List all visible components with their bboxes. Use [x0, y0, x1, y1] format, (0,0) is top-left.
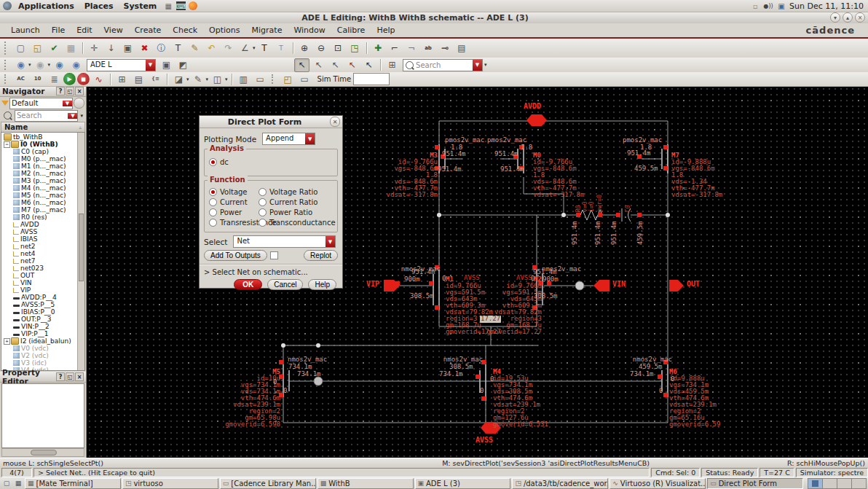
open-icon[interactable]: ◱	[30, 42, 45, 55]
hints-icon[interactable]: ◰	[280, 72, 296, 86]
origin-icon-caret[interactable]: ▾	[225, 77, 228, 82]
mate-menu-icon[interactable]	[3, 1, 12, 10]
tree-item-VIN[interactable]: VIN	[1, 279, 84, 286]
radio-icon[interactable]	[209, 188, 217, 196]
close-button[interactable]: ×	[855, 12, 865, 23]
message-icon[interactable]: ▭	[297, 72, 312, 86]
go-forward-icon[interactable]: ◉	[33, 58, 48, 72]
measure-icon-caret[interactable]: ▾	[253, 45, 256, 51]
checklist-icon[interactable]: ▥	[236, 72, 251, 86]
results-browser-icon[interactable]: ▤	[131, 72, 146, 86]
navigator-search-input[interactable]: Search ▼	[15, 110, 78, 122]
avdd-label[interactable]: AVDD	[524, 103, 541, 110]
function-option-transconductance[interactable]: Transconductance	[259, 217, 336, 227]
task-mate-terminal[interactable]: ▦[Mate Terminal]	[25, 478, 121, 489]
tree-item-AVDD:P__4[interactable]: AVDD:P__4	[1, 294, 84, 301]
task-library-manager[interactable]: ▭[Cadence Library Man...	[220, 478, 316, 489]
tree-item-VIP[interactable]: VIP	[1, 286, 84, 294]
navigator-float-button[interactable]: ◱	[66, 87, 74, 95]
tree-scrollbar-thumb[interactable]	[79, 214, 84, 281]
tree-item-C0 (cap)[interactable]: C0 (cap)	[1, 148, 84, 155]
text-select-icon[interactable]: ↖	[361, 58, 376, 72]
workspace-2[interactable]	[823, 479, 837, 488]
go-down-icon[interactable]: ◉	[68, 58, 84, 72]
clock[interactable]: Sun Dec 11, 11:10	[789, 1, 865, 11]
delete-icon[interactable]: ✖	[137, 42, 152, 55]
go-back-icon[interactable]: ◉	[13, 58, 28, 72]
radio-icon[interactable]	[259, 219, 267, 227]
origin-icon[interactable]: ◫	[210, 72, 225, 86]
plotting-mode-arrow[interactable]: ▼	[305, 133, 315, 144]
device-M4-labels[interactable]: M4id=19.53uvgs=734.1mvds=308.5mvth=474.6…	[493, 356, 548, 441]
replot-button[interactable]: Replot	[304, 250, 338, 261]
tree-item-VIN:P__2[interactable]: VIN:P__2	[1, 323, 84, 330]
variables-icon[interactable]: 10	[30, 72, 45, 86]
info-icon[interactable]: ⓘ	[154, 42, 169, 55]
device-M7-labels[interactable]: M7id=-9.888uvgs=-848.6m1.8vds=-1.34vth=-…	[671, 139, 722, 211]
go-back-icon-caret[interactable]: ▾	[28, 62, 31, 68]
save-all-icon[interactable]: ▦	[63, 42, 79, 55]
function-option-voltage-ratio[interactable]: Voltage Ratio	[259, 187, 336, 197]
direct-plot-icon[interactable]: ∿	[91, 72, 106, 86]
navigator-filter-combo[interactable]: Default ▼	[9, 98, 73, 109]
dc-radio[interactable]	[209, 158, 217, 166]
create-wire-icon[interactable]: ⌐	[387, 42, 403, 55]
workspace-3[interactable]	[837, 479, 852, 488]
navigator-config-button[interactable]	[74, 98, 84, 109]
tree-item-M5 (n..._mac)[interactable]: M5 (n..._mac)	[1, 192, 84, 199]
tree-item-net4[interactable]: net4	[1, 250, 84, 257]
text-smaller-icon[interactable]: T	[274, 42, 289, 55]
select-combo[interactable]: Net ▼	[233, 235, 336, 248]
parasitic-icon-caret[interactable]: ▾	[186, 77, 189, 82]
menu-check[interactable]: Check	[167, 25, 202, 36]
property-editor-scrollbar-thumb[interactable]	[31, 450, 57, 455]
vin-label[interactable]: VIN	[612, 281, 626, 288]
zoom-in-icon[interactable]: ⊕	[297, 42, 312, 55]
workspace-1[interactable]	[808, 479, 823, 488]
device-M5-labels[interactable]: M5id=10uvgs=734.1mvds=734.1mvth=474.6mvd…	[216, 356, 280, 441]
navigator-filter-arrow[interactable]: ▼	[63, 101, 72, 106]
tree-item-V0 (vdc)[interactable]: V0 (vdc)	[1, 345, 84, 352]
toolbar-grip[interactable]	[4, 74, 9, 84]
function-option-transresistance[interactable]: Transresistance	[209, 217, 256, 227]
navigator-search-caret[interactable]: ▾	[79, 113, 84, 119]
firefox-launcher-icon[interactable]	[189, 1, 197, 10]
create-pin-icon[interactable]: ✚	[371, 42, 386, 55]
new-window-icon[interactable]: ◩	[175, 58, 191, 72]
window-titlebar[interactable]: ADE L Editing: WithB WithB schematic -- …	[0, 12, 868, 24]
partial-select-icon[interactable]: ↖	[311, 58, 326, 72]
radio-icon[interactable]	[209, 198, 217, 206]
menu-view[interactable]: View	[99, 25, 128, 36]
tree-item-AVSS[interactable]: AVSS	[1, 228, 84, 235]
function-option-voltage[interactable]: Voltage	[209, 187, 256, 197]
radio-icon[interactable]	[259, 198, 267, 206]
calculator-icon[interactable]: ⊞	[114, 72, 130, 86]
property-editor-titlebar[interactable]: Property Editor ? ◱ ×	[0, 372, 86, 383]
menu-window[interactable]: Window	[288, 25, 330, 36]
tree-item-V2 (vdc)[interactable]: V2 (vdc)	[1, 352, 84, 359]
menu-file[interactable]: File	[47, 25, 70, 36]
task-direct-plot-form[interactable]: ▭Direct Plot Form	[707, 478, 803, 489]
select-combo-arrow[interactable]: ▼	[326, 236, 335, 247]
run-icon[interactable]: ▶	[63, 73, 76, 85]
tree-item-M1 (n..._mac)[interactable]: M1 (n..._mac)	[1, 163, 84, 170]
toolbar-grip[interactable]	[4, 60, 9, 70]
function-option-power[interactable]: Power	[209, 207, 256, 217]
dialog-titlebar[interactable]: Direct Plot Form ✕	[200, 116, 342, 128]
measure-icon[interactable]: ∠	[237, 42, 253, 55]
zoom-out-icon[interactable]: ⊖	[314, 42, 329, 55]
undo-icon[interactable]: ↶	[204, 42, 219, 55]
workspace-4[interactable]	[852, 479, 866, 488]
task-ade-l[interactable]: ▣ADE L (3)	[415, 478, 511, 489]
sim-time-input[interactable]	[353, 73, 390, 85]
tree-scrollbar[interactable]	[77, 133, 84, 370]
radio-icon[interactable]	[259, 208, 267, 216]
menu-options[interactable]: Options	[204, 25, 245, 36]
task-withb[interactable]: ▩WithB	[317, 478, 414, 489]
tree-item-net2[interactable]: net2	[1, 243, 84, 250]
navigator-tree[interactable]: tb_WithB−I0 (WithB)C0 (cap)M0 (p..._mac)…	[1, 132, 85, 371]
function-option-current-ratio[interactable]: Current Ratio	[259, 197, 336, 207]
tree-item-VIP:P__1[interactable]: VIP:P__1	[1, 330, 84, 337]
workspace-combo-arrow[interactable]: ▼	[146, 60, 155, 71]
vip-label[interactable]: VIP	[366, 281, 379, 288]
